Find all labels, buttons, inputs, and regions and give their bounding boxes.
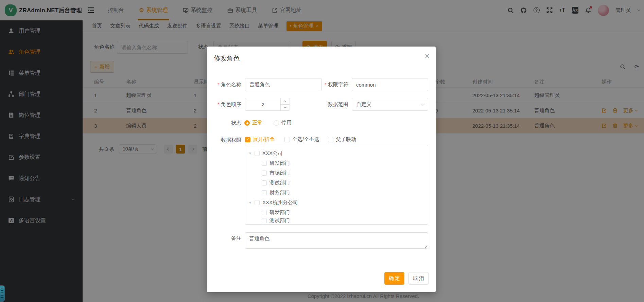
stepper-controls [280,98,290,110]
tree-node-label: 市场部门 [269,170,290,176]
edit-role-dialog: 修改角色 × 角色名称 权限字符 角色顺序 2 数据范围 自定义 状态 正常 停… [207,47,436,292]
expand-collapse-checkbox[interactable]: ✓ 展开/折叠 [245,136,275,143]
tree-node-dept[interactable]: 测试部门 [262,179,290,187]
confirm-button[interactable]: 确定 [384,272,404,285]
checkbox[interactable] [262,218,267,223]
tree-node-company[interactable]: ▼ XXX公司 [248,149,283,157]
data-perm-field-label: 数据权限 [209,137,241,143]
radio-label: 停用 [281,120,292,126]
tree-node-dept[interactable]: 财务部门 [262,189,290,197]
tree-node-dept[interactable]: 市场部门 [262,169,290,177]
tree-node-label: 测试部门 [269,217,290,224]
app-root: V ZRAdmin.NET后台管理 控制台 ⚙ 系统管理 系统监控 [0,0,644,302]
caret-down-icon[interactable]: ▼ [248,201,252,205]
data-scope-select[interactable]: 自定义 [352,98,428,111]
remark-field-label: 备注 [209,235,241,242]
checkbox[interactable] [262,190,267,195]
parent-child-linkage-checkbox[interactable]: 父子联动 [328,136,356,143]
checkbox-label: 父子联动 [336,136,356,143]
tree-node-label: 研发部门 [269,209,290,216]
tree-node-label: XXX杭州分公司 [262,199,298,206]
caret-down-icon[interactable]: ▼ [248,152,252,155]
checkbox: ✓ [245,137,250,142]
checkbox[interactable] [262,171,267,176]
checkbox[interactable] [262,161,267,166]
tree-node-label: XXX公司 [262,150,283,157]
select-all-checkbox[interactable]: 全选/全不选 [284,136,319,143]
checkbox-label: 全选/全不选 [292,136,319,143]
tree-node-dept[interactable]: 测试部门 [262,216,290,225]
dialog-title: 修改角色 [214,54,240,63]
cancel-button[interactable]: 取消 [408,272,429,285]
checkbox[interactable] [262,180,267,185]
radio-dot [244,120,250,126]
role-order-stepper[interactable]: 2 [245,98,290,111]
status-disabled-radio[interactable]: 停用 [274,120,292,126]
department-tree: ▼ XXX公司 研发部门 市场部门 测试部门 财务部门 ▼ [245,145,428,225]
role-name-field-label: 角色名称 [209,82,241,88]
role-order-value: 2 [245,98,281,110]
perm-char-field-label: 权限字符 [316,82,348,88]
radio-label: 正常 [252,120,262,126]
checkbox [328,137,333,142]
tree-node-branch-company[interactable]: ▼ XXX杭州分公司 [248,198,298,207]
role-order-field-label: 角色顺序 [209,101,241,108]
tree-node-dept[interactable]: 研发部门 [262,159,290,167]
decrease-button[interactable] [280,104,290,110]
status-normal-radio[interactable]: 正常 [244,120,262,126]
browser-extension-badge[interactable] [0,286,4,301]
tree-node-label: 财务部门 [269,190,290,196]
tree-node-label: 测试部门 [269,180,290,186]
radio-dot [274,120,279,126]
checkbox[interactable] [262,210,267,215]
perm-char-field[interactable] [352,78,428,91]
tree-node-label: 研发部门 [269,160,290,166]
data-scope-value: 自定义 [356,101,371,108]
role-name-field[interactable] [245,78,322,91]
status-field-label: 状态 [209,120,241,126]
close-dialog-icon[interactable]: × [425,52,430,60]
checkbox[interactable] [255,151,260,156]
chevron-down-icon [421,102,425,106]
data-scope-field-label: 数据范围 [316,101,348,108]
checkbox [284,137,290,142]
remark-textarea[interactable]: 普通角色 [245,232,428,249]
checkbox-label: 展开/折叠 [253,136,275,143]
tree-node-dept[interactable]: 研发部门 [262,208,290,216]
checkbox[interactable] [255,200,260,205]
